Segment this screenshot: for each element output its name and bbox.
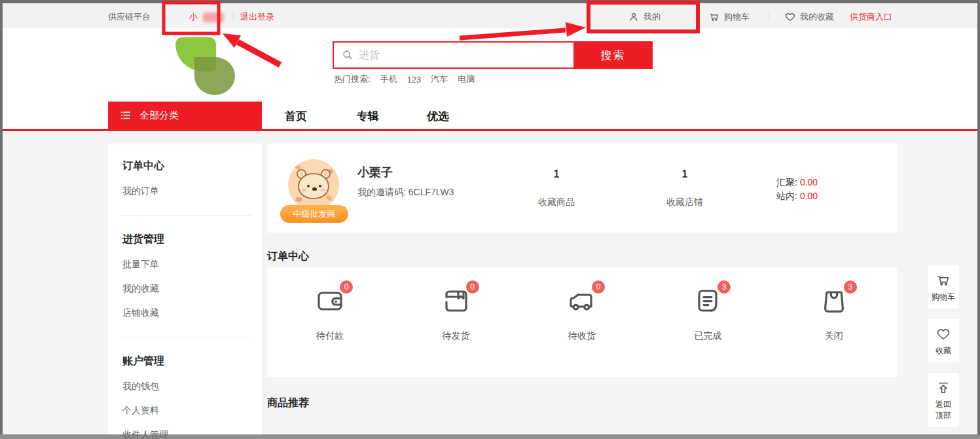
balance-row-huiju: 汇聚:0.00	[776, 176, 818, 189]
sidebar-divider	[120, 337, 252, 337]
sidebar-item-personal-info[interactable]: 个人资料	[122, 405, 262, 417]
float-cart-label: 购物车	[932, 292, 955, 303]
platform-label: 供应链平台	[108, 11, 151, 23]
sidebar-section-account-mgmt: 账户管理	[122, 354, 262, 368]
cart-icon	[708, 11, 720, 23]
heart-icon	[784, 11, 796, 23]
cart-label: 购物车	[724, 11, 750, 23]
sidebar-item-shop-favorites[interactable]: 店铺收藏	[122, 307, 262, 319]
status-badge: 0	[340, 280, 353, 294]
sidebar-item-my-wallet[interactable]: 我的钱包	[122, 381, 262, 392]
sidebar-divider	[120, 215, 252, 216]
hot-search-row: 热门搜索: 手机 123 汽车 电脑	[334, 73, 475, 85]
search-input[interactable]	[334, 43, 573, 67]
invite-code-row: 我的邀请码: 6CLF7LW3	[357, 187, 454, 199]
all-categories-button[interactable]: 全部分类	[108, 102, 262, 129]
site-logo[interactable]	[173, 37, 236, 96]
level-badge[interactable]: 中级批发商	[280, 205, 348, 223]
heart-icon	[935, 326, 951, 342]
status-badge: 3	[717, 280, 731, 294]
order-status-label: 关闭	[825, 330, 843, 342]
order-status-label: 待收货	[568, 330, 596, 342]
stat-value: 1	[520, 168, 592, 180]
nav-albums[interactable]: 专辑	[357, 109, 379, 124]
stat-label: 收藏店铺	[649, 197, 721, 208]
hot-keyword[interactable]: 电脑	[458, 73, 475, 85]
logo-leaf-dark	[194, 57, 235, 95]
bear-illustration	[297, 170, 331, 200]
search-button[interactable]: 搜索	[573, 41, 653, 69]
sidebar-item-recipient-mgmt[interactable]: 收件人管理	[122, 429, 262, 439]
hot-keyword[interactable]: 汽车	[431, 73, 448, 85]
sidebar-item-my-orders[interactable]: 我的订单	[122, 185, 262, 197]
order-status-label: 待付款	[316, 330, 344, 342]
person-icon	[628, 11, 640, 23]
sidebar-section-order-center: 订单中心	[122, 159, 262, 173]
balance-value: 0.00	[800, 191, 818, 201]
my-favorites-link[interactable]: 我的收藏	[784, 11, 834, 23]
username-text: 小	[189, 11, 198, 23]
order-center-card: 0 待付款 0 待发货 0 待收货 3 已完成 3 关闭	[267, 267, 897, 377]
back-to-top-label: 返回顶部	[935, 399, 952, 421]
logout-link[interactable]: 退出登录	[240, 11, 274, 23]
invite-code-value: 6CLF7LW3	[408, 187, 454, 197]
recommend-title: 商品推荐	[267, 396, 309, 410]
status-badge: 0	[466, 280, 479, 294]
order-center-title: 订单中心	[267, 250, 309, 263]
balance-row-zhannei: 站内:0.00	[776, 189, 818, 203]
order-status-label: 待发货	[443, 330, 470, 342]
profile-name: 小栗子	[357, 164, 393, 180]
username-blur	[203, 12, 224, 22]
balance-value: 0.00	[800, 177, 818, 187]
nav-home[interactable]: 首页	[285, 109, 307, 124]
order-status-pending-payment[interactable]: 0 待付款	[267, 267, 393, 377]
order-status-pending-receipt[interactable]: 0 待收货	[519, 267, 645, 377]
my-account-label: 我的	[644, 11, 661, 23]
hot-keyword[interactable]: 123	[407, 75, 422, 85]
order-status-label: 已完成	[694, 330, 721, 342]
topbar: 供应链平台 小 退出登录 我的 购物车 我的收藏 供货商入口	[3, 3, 977, 28]
balance-label: 站内:	[776, 191, 797, 201]
float-favorites-button[interactable]: 收藏	[928, 319, 959, 362]
window-frame-right	[977, 0, 980, 439]
sidebar-section-purchase-mgmt: 进货管理	[122, 233, 262, 246]
topbar-divider	[769, 12, 769, 20]
sidebar-item-my-favorites[interactable]: 我的收藏	[122, 283, 262, 295]
profile-card: 中级批发商 小栗子 我的邀请码: 6CLF7LW3 1 收藏商品 1 收藏店铺 …	[267, 143, 897, 233]
all-categories-label: 全部分类	[139, 109, 179, 122]
avatar[interactable]	[288, 159, 339, 210]
back-to-top-icon	[935, 380, 951, 396]
order-status-completed[interactable]: 3 已完成	[645, 267, 771, 377]
balance-label: 汇聚:	[776, 177, 797, 187]
topbar-divider	[233, 12, 234, 20]
username-link[interactable]: 小	[189, 11, 224, 23]
nav-picks[interactable]: 优选	[427, 109, 449, 124]
status-badge: 3	[844, 280, 857, 294]
my-favorites-label: 我的收藏	[800, 11, 834, 23]
stat-fav-products[interactable]: 1 收藏商品	[520, 168, 592, 208]
topbar-divider	[685, 12, 685, 20]
cart-icon	[935, 273, 951, 288]
order-status-pending-shipment[interactable]: 0 待发货	[393, 267, 518, 377]
hot-keyword[interactable]: 手机	[380, 73, 397, 85]
status-badge: 0	[592, 280, 605, 294]
back-to-top-button[interactable]: 返回顶部	[928, 373, 959, 427]
sidebar: 订单中心 我的订单 进货管理 批量下单 我的收藏 店铺收藏 账户管理 我的钱包 …	[108, 143, 262, 434]
search-box	[333, 41, 575, 69]
stat-value: 1	[649, 168, 721, 180]
float-favorites-label: 收藏	[935, 345, 951, 356]
sidebar-item-bulk-order[interactable]: 批量下单	[122, 259, 262, 271]
stat-fav-shops[interactable]: 1 收藏店铺	[649, 168, 721, 208]
supplier-entry-link[interactable]: 供货商入口	[850, 11, 892, 23]
invite-code-label: 我的邀请码:	[357, 187, 406, 197]
order-status-closed[interactable]: 3 关闭	[771, 267, 897, 377]
balances: 汇聚:0.00 站内:0.00	[776, 176, 818, 203]
cart-link[interactable]: 购物车	[708, 11, 750, 23]
list-icon	[119, 109, 132, 122]
float-cart-button[interactable]: 购物车	[928, 265, 959, 309]
nav-divider-line	[3, 129, 977, 131]
float-bar: 购物车 收藏 返回顶部	[928, 265, 959, 438]
hot-search-label: 热门搜索:	[334, 73, 371, 85]
stat-label: 收藏商品	[520, 197, 592, 208]
my-account-link[interactable]: 我的	[628, 11, 661, 23]
